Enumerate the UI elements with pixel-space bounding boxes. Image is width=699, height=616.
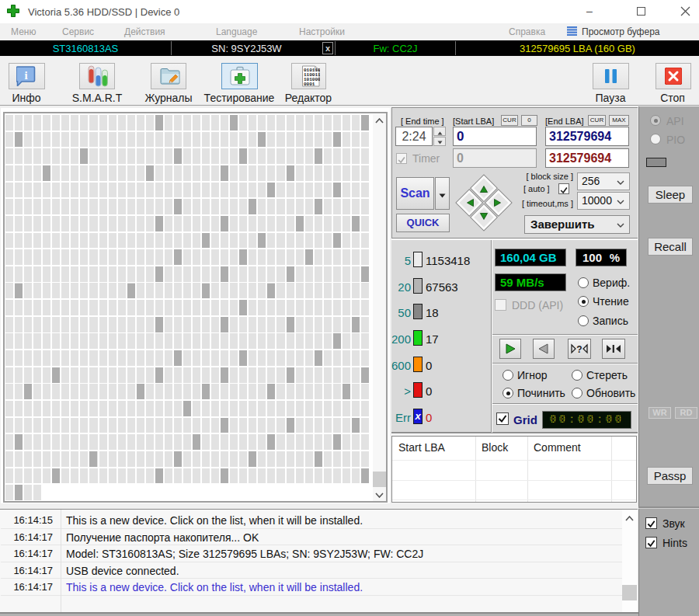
svg-text:i: i (24, 69, 27, 82)
svg-text:?: ? (576, 344, 582, 355)
svg-text:0001: 0001 (304, 82, 315, 87)
